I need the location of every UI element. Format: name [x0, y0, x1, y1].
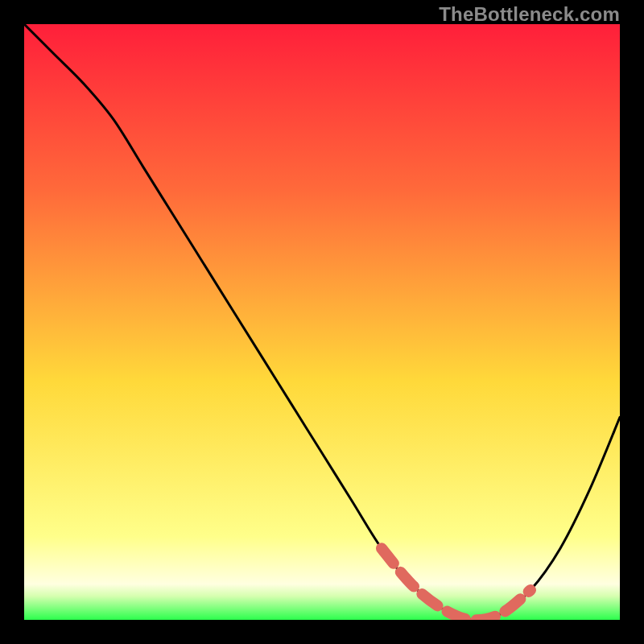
chart-frame: TheBottleneck.com: [0, 0, 644, 644]
plot-area: [24, 24, 620, 620]
bottleneck-chart: [24, 24, 620, 620]
gradient-background: [24, 24, 620, 620]
watermark-label: TheBottleneck.com: [439, 3, 620, 26]
